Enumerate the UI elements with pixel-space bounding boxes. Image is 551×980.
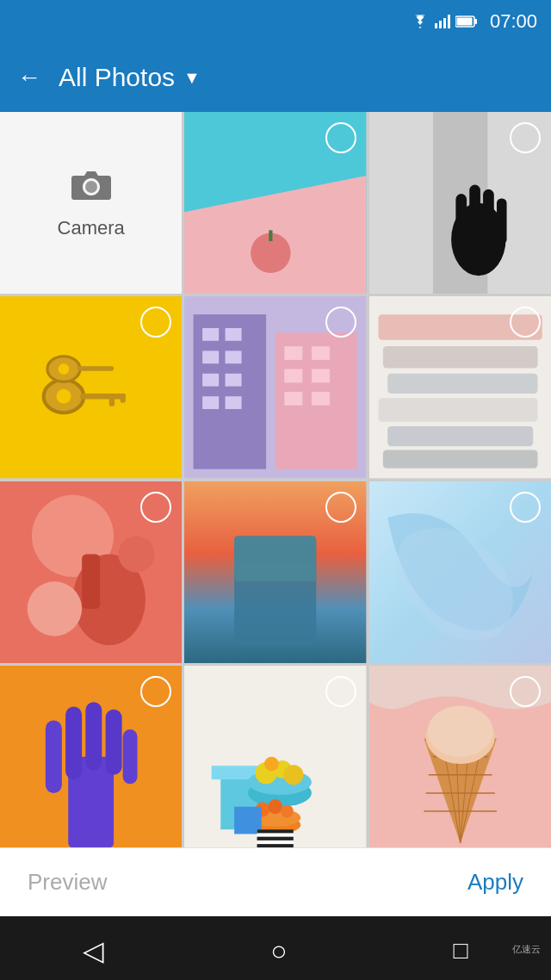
svg-rect-23 [109, 394, 115, 406]
photo-cell-2[interactable] [369, 112, 551, 294]
svg-rect-48 [387, 374, 537, 394]
svg-rect-18 [497, 198, 507, 244]
photo-cell-11[interactable] [369, 666, 551, 847]
svg-point-21 [57, 389, 71, 404]
svg-rect-69 [123, 729, 138, 784]
svg-rect-68 [106, 710, 122, 775]
camera-icon [70, 167, 113, 210]
selection-circle-2[interactable] [510, 122, 541, 153]
svg-rect-32 [226, 328, 242, 341]
photo-cell-8[interactable] [369, 481, 551, 663]
svg-rect-22 [80, 394, 126, 399]
photo-cell-4[interactable] [184, 296, 366, 478]
svg-rect-5 [474, 19, 477, 24]
svg-rect-27 [77, 367, 114, 371]
svg-rect-49 [378, 399, 537, 422]
camera-label: Camera [58, 217, 125, 239]
svg-rect-65 [46, 720, 62, 793]
svg-rect-35 [202, 374, 219, 387]
selection-circle-7[interactable] [325, 492, 356, 523]
svg-rect-15 [455, 194, 467, 244]
app-bar-title-container: All Photos ▼ [59, 63, 201, 92]
home-nav-button[interactable]: ○ [270, 935, 287, 967]
status-icons: 07:00 [411, 10, 537, 33]
svg-rect-60 [234, 536, 316, 581]
svg-rect-41 [285, 369, 303, 383]
status-bar: 07:00 [0, 0, 551, 43]
svg-rect-67 [85, 702, 102, 770]
watermark: 亿速云 [512, 943, 541, 956]
photo-cell-3[interactable] [0, 296, 182, 478]
selection-circle-8[interactable] [510, 492, 541, 523]
apply-button[interactable]: Apply [467, 869, 523, 896]
selection-circle-6[interactable] [140, 492, 171, 523]
page-title: All Photos [59, 63, 175, 92]
svg-point-83 [281, 805, 294, 818]
svg-rect-0 [435, 23, 437, 28]
svg-point-7 [85, 181, 97, 193]
photo-grid: Camera [0, 112, 551, 847]
selection-circle-10[interactable] [325, 676, 356, 707]
photo-cell-9[interactable] [0, 666, 182, 847]
svg-rect-34 [226, 351, 242, 364]
svg-rect-50 [387, 426, 533, 446]
svg-rect-47 [383, 346, 538, 368]
svg-rect-37 [202, 397, 219, 410]
svg-rect-16 [469, 185, 480, 245]
svg-rect-44 [312, 392, 330, 406]
svg-point-55 [28, 581, 82, 636]
photo-cell-5[interactable] [369, 296, 551, 478]
svg-rect-33 [202, 351, 219, 364]
back-nav-button[interactable]: ◁ [83, 934, 104, 967]
svg-rect-40 [312, 346, 330, 360]
dropdown-icon[interactable]: ▼ [183, 68, 201, 88]
signal-icon [435, 15, 450, 28]
selection-circle-11[interactable] [510, 676, 541, 707]
recent-nav-button[interactable]: □ [454, 937, 468, 964]
svg-rect-66 [65, 707, 82, 780]
svg-rect-11 [269, 230, 273, 241]
photo-cell-7[interactable] [184, 481, 366, 663]
svg-point-100 [427, 705, 492, 756]
battery-icon [455, 16, 478, 28]
svg-rect-38 [226, 397, 242, 410]
svg-point-78 [264, 757, 279, 772]
back-button[interactable]: ← [17, 64, 41, 91]
svg-rect-3 [448, 15, 450, 28]
svg-rect-39 [285, 346, 303, 360]
selection-circle-4[interactable] [325, 307, 356, 338]
svg-rect-36 [226, 374, 242, 387]
preview-button[interactable]: Preview [28, 869, 107, 896]
svg-rect-17 [483, 189, 494, 244]
svg-point-82 [269, 799, 283, 814]
photo-cell-1[interactable] [184, 112, 366, 294]
svg-rect-88 [257, 844, 294, 847]
svg-rect-42 [312, 369, 330, 383]
svg-rect-51 [383, 450, 538, 468]
svg-rect-31 [202, 328, 219, 341]
svg-rect-24 [120, 394, 125, 403]
bottom-bar: Preview Apply [0, 847, 551, 916]
svg-rect-43 [285, 392, 303, 406]
svg-rect-86 [257, 829, 294, 833]
svg-point-26 [59, 364, 70, 375]
status-time: 07:00 [490, 10, 537, 33]
svg-point-57 [118, 536, 154, 572]
wifi-icon [411, 15, 430, 28]
photo-cell-10[interactable] [184, 666, 366, 847]
selection-circle-1[interactable] [325, 122, 356, 153]
nav-bar: ◁ ○ □ 亿速云 [0, 916, 551, 980]
photo-cell-6[interactable] [0, 481, 182, 663]
camera-cell[interactable]: Camera [0, 112, 182, 294]
svg-rect-87 [257, 837, 294, 840]
svg-rect-6 [456, 18, 472, 26]
svg-point-77 [284, 765, 304, 785]
svg-rect-56 [82, 554, 100, 608]
svg-rect-2 [443, 18, 446, 28]
svg-rect-1 [439, 21, 442, 28]
app-bar: ← All Photos ▼ [0, 43, 551, 112]
